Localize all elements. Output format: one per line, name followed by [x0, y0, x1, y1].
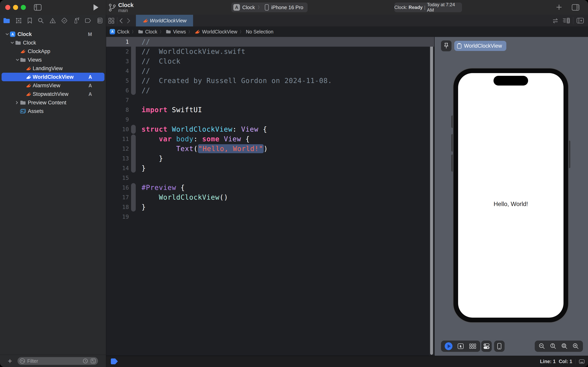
folder-icon: [166, 30, 171, 34]
breadcrumb-item[interactable]: Clock: [145, 29, 158, 35]
swift-file-icon: [26, 66, 31, 71]
line-number: 9: [106, 115, 129, 125]
tree-item-stopwatchview[interactable]: StopwatchViewA: [0, 90, 106, 98]
tree-item-clockapp[interactable]: ClockApp: [0, 47, 106, 56]
minimap-options-icon[interactable]: [562, 17, 570, 24]
code-line-14[interactable]: 14}: [106, 163, 434, 173]
breakpoints-navigator-icon[interactable]: [85, 18, 92, 23]
code-line-19[interactable]: 19: [106, 212, 434, 222]
zoom-out-button[interactable]: [536, 341, 547, 352]
swap-editor-icon[interactable]: [552, 18, 559, 24]
zoom-100-button[interactable]: [547, 341, 559, 352]
line-number: 11: [106, 134, 129, 144]
code-line-17[interactable]: 17 WorldClockView(): [106, 192, 434, 202]
code-line-2[interactable]: 2// WorldClockView.swift: [106, 47, 434, 56]
debug-navigator-icon[interactable]: [73, 17, 80, 24]
code-line-15[interactable]: 15: [106, 173, 434, 183]
code-line-16[interactable]: 16#Preview {: [106, 183, 434, 192]
tree-item-alarmsview[interactable]: AlarmsViewA: [0, 81, 106, 90]
minimize-window-button[interactable]: [13, 5, 18, 10]
run-destination[interactable]: iPhone 16 Pro: [271, 4, 303, 10]
code-line-4[interactable]: 4//: [106, 66, 434, 76]
close-window-button[interactable]: [5, 5, 10, 10]
folder-icon: [20, 100, 26, 105]
add-editor-icon[interactable]: [576, 17, 584, 24]
col-indicator: Col: 1: [559, 359, 572, 364]
project-navigator-icon[interactable]: [3, 18, 10, 24]
source-control-navigator-icon[interactable]: [16, 17, 22, 24]
preview-target-label: WorldClockView: [464, 43, 502, 49]
code-line-13[interactable]: 13 }: [106, 154, 434, 163]
preview-target-pill[interactable]: WorldClockView: [454, 41, 506, 51]
tree-item-clock[interactable]: AClockM: [0, 30, 106, 39]
branch-name: main: [118, 8, 134, 13]
flags-filter-icon[interactable]: [90, 358, 96, 364]
code-line-11[interactable]: 11 var body: some View {: [106, 134, 434, 144]
zoom-fit-button[interactable]: [559, 341, 570, 352]
breadcrumb-separator: 〉: [132, 29, 136, 34]
code-line-6[interactable]: 6//: [106, 85, 434, 95]
add-file-button[interactable]: +: [8, 357, 12, 365]
recents-clock-icon[interactable]: [83, 358, 88, 364]
find-navigator-icon[interactable]: [38, 17, 44, 24]
swift-file-icon: [20, 49, 25, 54]
chevron-down-icon[interactable]: [16, 58, 19, 61]
iphone-screen[interactable]: Hello, World!: [458, 73, 563, 318]
code-line-12[interactable]: 12 Text("Hello, World!"): [106, 144, 434, 154]
chevron-down-icon[interactable]: [5, 33, 9, 36]
breadcrumb-item[interactable]: No Selection: [246, 29, 273, 35]
scheme-name[interactable]: Clock: [242, 4, 255, 10]
breakpoints-toggle-icon[interactable]: [111, 359, 118, 364]
jump-bar: AClock〉Clock〉Views〉WorldClockView〉No Sel…: [106, 26, 588, 37]
code-line-1[interactable]: 1//: [106, 37, 434, 47]
toggle-left-sidebar-icon[interactable]: [34, 3, 42, 11]
variants-mode-button[interactable]: [467, 341, 478, 352]
breadcrumb-item[interactable]: Views: [173, 29, 186, 35]
pin-preview-button[interactable]: [441, 41, 452, 51]
go-forward-icon[interactable]: [126, 18, 131, 24]
chevron-right-icon: 〉: [258, 4, 262, 10]
zoom-window-button[interactable]: [21, 5, 26, 10]
chevron-right-icon[interactable]: [16, 101, 18, 105]
issues-navigator-icon[interactable]: [49, 18, 56, 24]
filter-field[interactable]: Filter: [17, 357, 98, 365]
tree-item-landingview[interactable]: LandingView: [0, 64, 106, 73]
chevron-down-icon[interactable]: [10, 42, 14, 44]
bookmarks-navigator-icon[interactable]: [27, 17, 32, 24]
code-line-7[interactable]: 7: [106, 95, 434, 105]
device-orientation-button[interactable]: [494, 341, 504, 352]
svg-text:A: A: [11, 33, 14, 36]
tree-item-assets[interactable]: Assets: [0, 107, 106, 116]
zoom-in-button[interactable]: [570, 341, 581, 352]
code-line-9[interactable]: 9: [106, 115, 434, 125]
breadcrumb-item[interactable]: WorldClockView: [202, 29, 237, 35]
library-add-button[interactable]: [556, 4, 562, 10]
code-line-8[interactable]: 8import SwiftUI: [106, 105, 434, 115]
source-control-summary[interactable]: Clock main: [109, 2, 134, 13]
live-preview-button[interactable]: [443, 341, 454, 352]
code-editor[interactable]: 1//2// WorldClockView.swift3// Clock4//5…: [106, 37, 434, 356]
code-line-5[interactable]: 5// Created by Russell Gordon on 2024-11…: [106, 76, 434, 85]
scheme-selector[interactable]: A Clock 〉 iPhone 16 Pro: [231, 2, 308, 12]
code-line-18[interactable]: 18}: [106, 202, 434, 212]
tree-item-views[interactable]: Views: [0, 56, 106, 64]
dynamic-island: [494, 76, 528, 85]
related-items-icon[interactable]: [108, 17, 115, 24]
go-back-icon[interactable]: [119, 18, 123, 24]
reports-navigator-icon[interactable]: [97, 17, 103, 24]
run-button[interactable]: [93, 4, 99, 11]
tree-item-clock[interactable]: Clock: [0, 39, 106, 47]
device-settings-button[interactable]: [481, 341, 492, 352]
xcode-window: Clock main A Clock 〉 iPhone 16 Pro Clock…: [0, 0, 588, 367]
tree-item-preview-content[interactable]: Preview Content: [0, 98, 106, 107]
tab-worldclockview[interactable]: WorldClockView: [136, 15, 193, 26]
filter-icon: [19, 358, 25, 364]
code-line-10[interactable]: 10struct WorldClockView: View {: [106, 125, 434, 134]
toggle-right-sidebar-icon[interactable]: [571, 3, 580, 11]
tree-item-worldclockview[interactable]: WorldClockViewA: [0, 73, 106, 81]
code-line-3[interactable]: 3// Clock: [106, 56, 434, 66]
breadcrumb-item[interactable]: Clock: [117, 29, 129, 35]
editor-options-icon[interactable]: [579, 359, 585, 364]
selectable-mode-button[interactable]: [455, 341, 466, 352]
tests-navigator-icon[interactable]: [61, 17, 67, 24]
